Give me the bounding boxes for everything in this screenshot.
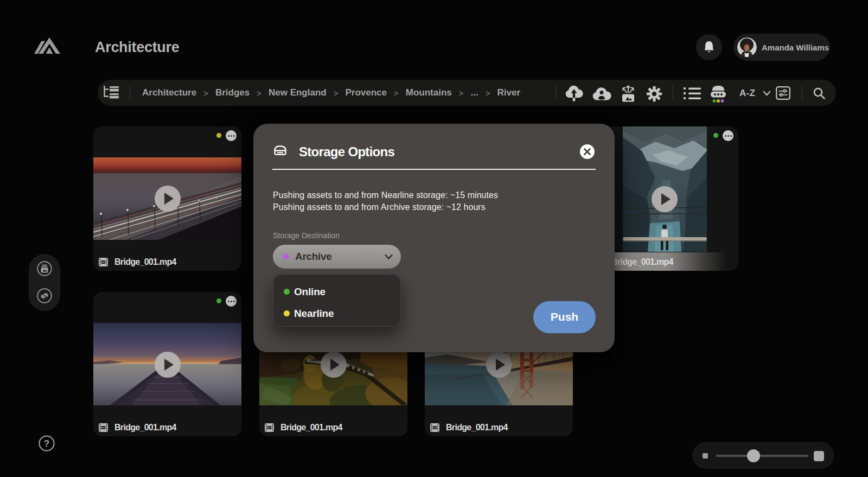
svg-text:?: ? <box>44 438 49 449</box>
